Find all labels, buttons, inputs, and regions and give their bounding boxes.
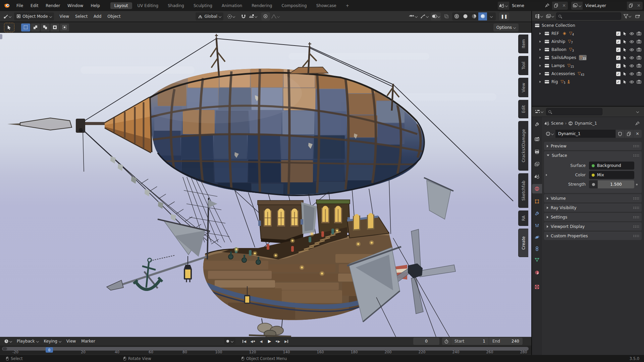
- snap-settings-button[interactable]: [248, 12, 258, 20]
- hide-viewport-icon[interactable]: [629, 32, 634, 36]
- jump-to-start-button[interactable]: ◀: [240, 338, 249, 345]
- exclude-checkbox[interactable]: ✓: [616, 72, 621, 76]
- surface-value-dropdown[interactable]: Background: [589, 162, 634, 170]
- menu-file[interactable]: File: [13, 0, 27, 11]
- select-mode-subtract[interactable]: [41, 23, 50, 32]
- viewlayer-browse-icon[interactable]: [571, 2, 583, 10]
- workspace-tab-shading[interactable]: Shading: [164, 2, 188, 9]
- hide-viewport-icon[interactable]: [629, 56, 634, 60]
- selectable-icon[interactable]: [623, 32, 627, 36]
- editor-type-button[interactable]: [2, 12, 12, 20]
- outliner-row-accessories[interactable]: Accessories▽43✓: [532, 70, 644, 78]
- viewlayer-name-field[interactable]: ViewLayer: [583, 2, 627, 10]
- active-tool-tweak[interactable]: [5, 23, 14, 32]
- select-mode-intersect[interactable]: [60, 23, 69, 32]
- selectable-icon[interactable]: [623, 48, 627, 52]
- hide-viewport-icon[interactable]: [629, 48, 634, 52]
- 3d-viewport[interactable]: Dynamic sky Create World: Dynamic_1 Scen…: [0, 33, 531, 337]
- properties-tab-modifiers[interactable]: [532, 209, 542, 218]
- hide-viewport-icon[interactable]: [629, 80, 634, 84]
- outliner-filter-button[interactable]: [623, 12, 632, 20]
- properties-tab-object[interactable]: [532, 197, 542, 206]
- exclude-checkbox[interactable]: ✓: [616, 80, 621, 84]
- timeline-menu-keying[interactable]: Keying: [41, 339, 64, 344]
- unlink-world-button[interactable]: ✕: [633, 130, 642, 138]
- selectable-icon[interactable]: [623, 64, 627, 68]
- panel-viewport-display[interactable]: Viewport Display: [544, 222, 642, 231]
- properties-tab-viewlayer[interactable]: [532, 160, 542, 169]
- properties-tab-output[interactable]: [532, 147, 542, 157]
- jump-to-end-button[interactable]: ▶: [282, 338, 290, 345]
- expand-icon[interactable]: [540, 33, 541, 35]
- gizmos-button[interactable]: [420, 12, 429, 20]
- disable-render-icon[interactable]: [637, 64, 641, 68]
- workspace-tab--[interactable]: +: [342, 2, 353, 9]
- workspace-tab-showcase[interactable]: Showcase: [312, 2, 340, 9]
- prev-keyframe-button[interactable]: ◀◆: [249, 338, 257, 345]
- timeline-menu-view[interactable]: View: [64, 339, 78, 344]
- outliner-display-mode-button[interactable]: [545, 12, 555, 20]
- disable-render-icon[interactable]: [637, 56, 641, 60]
- play-button[interactable]: ▶: [265, 338, 274, 345]
- exclude-checkbox[interactable]: ✓: [616, 64, 621, 68]
- show-hide-button[interactable]: [408, 12, 418, 20]
- timeline-menu-marker[interactable]: Marker: [78, 339, 98, 344]
- shading-solid-button[interactable]: [461, 12, 470, 20]
- hide-viewport-icon[interactable]: [629, 72, 634, 76]
- properties-editor-type-button[interactable]: [534, 108, 544, 116]
- viewport-menu-object[interactable]: Object: [104, 14, 123, 19]
- properties-tab-scene[interactable]: [532, 172, 542, 181]
- viewlayer-copy-button[interactable]: [627, 2, 635, 10]
- strength-slider[interactable]: 1.500: [589, 180, 634, 188]
- copy-world-button[interactable]: [625, 130, 633, 138]
- exclude-checkbox[interactable]: ✓: [616, 40, 621, 44]
- select-mode-set[interactable]: [21, 23, 30, 32]
- outliner-row-airship[interactable]: Airship▽7✓: [532, 38, 644, 46]
- playhead[interactable]: 0: [46, 347, 53, 353]
- exclude-checkbox[interactable]: ✓: [616, 48, 621, 52]
- sidebar-tab-tool[interactable]: Tool: [518, 56, 528, 75]
- menu-render[interactable]: Render: [42, 0, 64, 11]
- panel-surface-header[interactable]: Surface: [544, 151, 642, 160]
- fake-user-button[interactable]: [616, 130, 624, 138]
- options-dropdown[interactable]: Options: [493, 23, 519, 32]
- properties-tab-material[interactable]: [532, 268, 542, 277]
- workspace-tab-rendering[interactable]: Rendering: [248, 2, 276, 9]
- properties-tab-world[interactable]: [532, 184, 542, 193]
- menu-window[interactable]: Window: [64, 0, 87, 11]
- workspace-tab-sculpting[interactable]: Sculpting: [190, 2, 216, 9]
- use-preview-range-button[interactable]: [442, 338, 451, 345]
- timeline-editor-type-button[interactable]: [3, 337, 13, 345]
- world-browse-button[interactable]: [544, 130, 555, 138]
- selectable-icon[interactable]: [623, 80, 627, 84]
- outliner-row-sails-ropes[interactable]: Sails&Ropes▽33✓: [532, 54, 644, 62]
- menu-edit[interactable]: Edit: [27, 0, 42, 11]
- sidebar-tab-view[interactable]: View: [518, 78, 528, 97]
- toolbar-expand-nub[interactable]: [0, 34, 2, 39]
- proportional-editing-button[interactable]: [261, 12, 270, 20]
- shading-dropdown[interactable]: [487, 12, 496, 20]
- sidebar-tab-create[interactable]: Create: [518, 229, 528, 257]
- scene-copy-button[interactable]: [552, 2, 560, 10]
- timeline-menu-playback[interactable]: Playback: [14, 339, 41, 344]
- pause-button[interactable]: ❚❚: [499, 12, 509, 20]
- shading-rendered-button[interactable]: [478, 12, 487, 20]
- disable-render-icon[interactable]: [637, 80, 641, 84]
- menu-help[interactable]: Help: [87, 0, 103, 11]
- blender-logo-icon[interactable]: [3, 3, 10, 8]
- outliner-row-rig[interactable]: Rig▽5✓: [532, 78, 644, 86]
- viewport-menu-add[interactable]: Add: [91, 14, 104, 19]
- current-frame-field[interactable]: 0: [413, 338, 439, 345]
- hide-viewport-icon[interactable]: [629, 40, 634, 44]
- scene-unlink-button[interactable]: ✕: [560, 2, 568, 10]
- transform-orientation[interactable]: Global: [196, 12, 223, 20]
- properties-tab-texture[interactable]: [532, 282, 542, 292]
- shading-wireframe-button[interactable]: [452, 12, 461, 20]
- properties-tab-particles[interactable]: [532, 221, 542, 230]
- expand-icon[interactable]: [540, 41, 541, 43]
- panel-volume[interactable]: Volume: [544, 194, 642, 202]
- disable-render-icon[interactable]: [637, 32, 641, 36]
- play-reverse-button[interactable]: ◀: [257, 338, 265, 345]
- expand-icon[interactable]: [540, 73, 541, 75]
- panel-custom-properties[interactable]: Custom Properties: [544, 232, 642, 240]
